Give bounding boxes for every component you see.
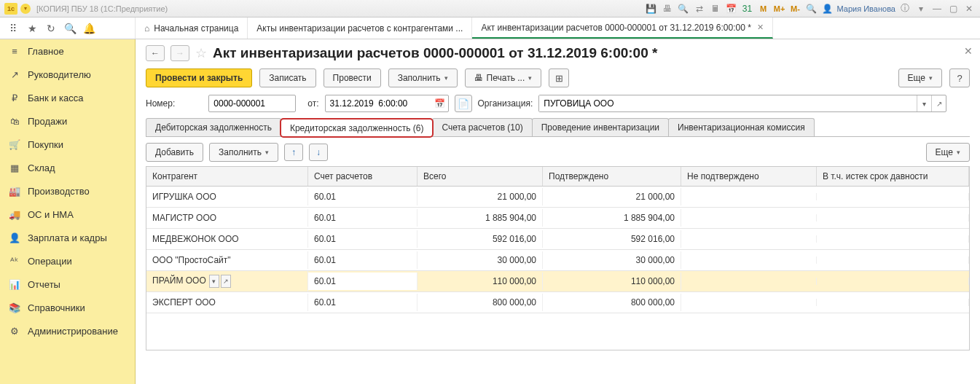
calc-icon[interactable]: 🖩 <box>709 2 722 15</box>
m-icon[interactable]: M <box>757 2 770 15</box>
zoom-icon[interactable]: 🔍 <box>805 2 818 15</box>
favorite-icon[interactable]: ☆ <box>195 45 207 61</box>
nav-tab-0[interactable]: Акты инвентаризации расчетов с контраген… <box>248 17 472 39</box>
org-input[interactable] <box>539 95 917 111</box>
minimize-icon[interactable]: — <box>930 2 944 15</box>
cell-total[interactable]: 592 016,00 <box>418 230 543 248</box>
cell-unconfirmed[interactable] <box>681 256 817 264</box>
tab-commission[interactable]: Инвентаризационная комиссия <box>668 118 815 136</box>
cell-unconfirmed[interactable] <box>681 235 817 243</box>
cell-unconfirmed[interactable] <box>681 278 817 285</box>
cell-expired[interactable] <box>817 193 969 200</box>
sidebar-item-manager[interactable]: ↗Руководителю <box>0 63 135 86</box>
date-icon[interactable]: 31 <box>741 2 754 15</box>
cell-account[interactable]: 60.01 <box>308 273 418 290</box>
table-row[interactable]: ООО "ПростоСайт"60.0130 000,0030 000,00 <box>146 250 969 271</box>
m-plus-icon[interactable]: M+ <box>773 2 786 15</box>
col-counterparty[interactable]: Контрагент <box>146 167 308 186</box>
cell-counterparty[interactable]: ЭКСПЕРТ ООО <box>146 294 308 311</box>
table-row[interactable]: ИГРУШКА ООО60.0121 000,0021 000,00 <box>146 187 969 208</box>
app-menu-dropdown[interactable]: ▾ <box>20 4 31 14</box>
sidebar-item-assets[interactable]: 🚚ОС и НМА <box>0 203 135 226</box>
cell-account[interactable]: 60.01 <box>308 251 418 269</box>
tab-credit[interactable]: Кредиторская задолженность (6) <box>281 119 433 137</box>
doc-link-button[interactable]: 📄 <box>455 95 472 112</box>
restore-icon[interactable]: ▢ <box>946 2 960 15</box>
nav-home[interactable]: ⌂ Начальная страница <box>136 17 248 39</box>
sidebar-item-payroll[interactable]: 👤Зарплата и кадры <box>0 226 135 249</box>
history-icon[interactable]: ↻ <box>45 23 57 34</box>
apps-icon[interactable]: ⠿ <box>7 23 19 34</box>
fill-button[interactable]: Заполнить▾ <box>388 68 458 87</box>
cell-unconfirmed[interactable] <box>681 193 817 200</box>
tab-debit[interactable]: Дебиторская задолженность <box>146 118 281 136</box>
cell-total[interactable]: 800 000,00 <box>418 294 543 311</box>
cell-total[interactable]: 21 000,00 <box>418 188 543 205</box>
dropdown-icon[interactable]: ▾ <box>914 2 928 15</box>
calendar-icon[interactable]: 📅 <box>725 2 738 15</box>
close-icon[interactable]: ✕ <box>757 23 764 32</box>
print-button[interactable]: 🖶Печать ...▾ <box>465 68 542 87</box>
structure-button[interactable]: ⊞ <box>549 68 569 87</box>
add-row-button[interactable]: Добавить <box>146 143 203 162</box>
cell-counterparty[interactable]: МЕДВЕЖОНОК ООО <box>146 230 308 248</box>
m-minus-icon[interactable]: M- <box>789 2 802 15</box>
user-name[interactable]: Мария Иванова <box>837 4 895 13</box>
cell-counterparty[interactable]: ООО "ПростоСайт" <box>146 251 308 269</box>
cell-total[interactable]: 30 000,00 <box>418 251 543 269</box>
cell-counterparty[interactable]: ИГРУШКА ООО <box>146 188 308 205</box>
cell-confirmed[interactable]: 110 000,00 <box>543 273 681 290</box>
cell-expired[interactable] <box>817 278 969 285</box>
cell-total[interactable]: 110 000,00 <box>418 273 543 290</box>
sidebar-item-refs[interactable]: 📚Справочники <box>0 296 135 319</box>
tab-inventory[interactable]: Проведение инвентаризации <box>532 118 669 136</box>
save-button[interactable]: Записать <box>259 68 315 87</box>
compare-icon[interactable]: ⇄ <box>693 2 706 15</box>
move-up-button[interactable]: ↑ <box>284 144 303 161</box>
bell-icon[interactable]: 🔔 <box>83 23 95 34</box>
table-row[interactable]: ЭКСПЕРТ ООО60.01800 000,00800 000,00 <box>146 292 969 313</box>
search-nav-icon[interactable]: 🔍 <box>64 23 76 34</box>
post-button[interactable]: Провести <box>324 68 381 87</box>
col-expired[interactable]: В т.ч. истек срок давности <box>817 167 969 186</box>
calendar-picker-icon[interactable]: 📅 <box>434 98 445 109</box>
info-icon[interactable]: ⓘ <box>898 2 912 15</box>
cell-account[interactable]: 60.01 <box>308 294 418 311</box>
cell-confirmed[interactable]: 30 000,00 <box>543 251 681 269</box>
chevron-down-icon[interactable]: ▾ <box>209 275 219 288</box>
star-icon[interactable]: ★ <box>26 23 38 34</box>
org-select[interactable]: ▾ ↗ <box>538 95 946 112</box>
sidebar-item-operations[interactable]: ᴬᵏОперации <box>0 249 135 273</box>
sidebar-item-sales[interactable]: 🛍Продажи <box>0 109 135 133</box>
sidebar-item-stock[interactable]: ▦Склад <box>0 156 135 179</box>
number-input[interactable] <box>208 95 296 112</box>
cell-account[interactable]: 60.01 <box>308 230 418 248</box>
cell-unconfirmed[interactable] <box>681 299 817 306</box>
fill-rows-button[interactable]: Заполнить▾ <box>209 143 278 162</box>
post-and-close-button[interactable]: Провести и закрыть <box>146 68 252 87</box>
sidebar-item-production[interactable]: 🏭Производство <box>0 179 135 203</box>
more-button[interactable]: Еще▾ <box>898 68 942 87</box>
nav-tab-1[interactable]: Акт инвентаризации расчетов 0000-000001 … <box>472 17 773 39</box>
table-row[interactable]: МАГИСТР ООО60.011 885 904,001 885 904,00 <box>146 208 969 229</box>
cell-confirmed[interactable]: 21 000,00 <box>543 188 681 205</box>
cell-confirmed[interactable]: 1 885 904,00 <box>543 209 681 227</box>
table-row[interactable]: МЕДВЕЖОНОК ООО60.01592 016,00592 016,00 <box>146 229 969 250</box>
col-confirmed[interactable]: Подтверждено <box>543 167 681 186</box>
tab-accounts[interactable]: Счета расчетов (10) <box>432 118 532 136</box>
print-icon[interactable]: 🖶 <box>661 2 674 15</box>
cell-account[interactable]: 60.01 <box>308 209 418 227</box>
sidebar-item-reports[interactable]: 📊Отчеты <box>0 273 135 296</box>
cell-expired[interactable] <box>817 299 969 306</box>
table-row[interactable]: ПРАЙМ ООО▾↗60.01110 000,00110 000,00 <box>146 271 969 292</box>
col-unconfirmed[interactable]: Не подтверждено <box>681 167 817 186</box>
cell-expired[interactable] <box>817 256 969 264</box>
cell-account[interactable]: 60.01 <box>308 188 418 205</box>
cell-counterparty[interactable]: МАГИСТР ООО <box>146 209 308 227</box>
sidebar-item-main[interactable]: ≡Главное <box>0 39 135 63</box>
cell-counterparty[interactable]: ПРАЙМ ООО▾↗ <box>146 271 308 291</box>
chevron-down-icon[interactable]: ▾ <box>917 95 931 111</box>
search-icon[interactable]: 🔍 <box>677 2 690 15</box>
cell-expired[interactable] <box>817 235 969 243</box>
cell-confirmed[interactable]: 592 016,00 <box>543 230 681 248</box>
